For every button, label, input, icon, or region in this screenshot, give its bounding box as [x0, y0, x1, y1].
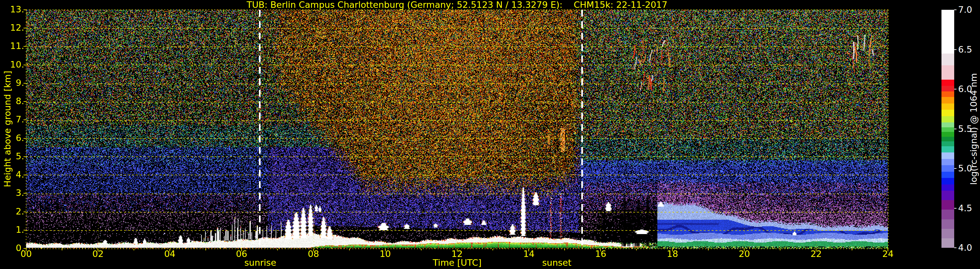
x-tick-mark	[457, 249, 458, 251]
colorbar-segment	[942, 165, 954, 172]
colorbar-segment	[942, 136, 954, 142]
x-minor-tick-mark	[852, 249, 852, 250]
x-minor-tick-mark	[277, 249, 278, 250]
y-tick-mark	[24, 83, 26, 84]
x-tick-mark	[313, 249, 314, 251]
colorbar-segment	[942, 238, 954, 248]
colorbar-tick-label: 6.5	[958, 45, 972, 54]
x-tick-mark	[26, 249, 27, 251]
colorbar-segment	[942, 190, 954, 201]
x-tick-mark	[241, 249, 242, 251]
y-tick-label: 3.	[0, 189, 24, 198]
colorbar-segment	[942, 158, 954, 165]
colorbar-segment	[942, 219, 954, 229]
x-tick-mark	[528, 249, 529, 251]
x-minor-tick-mark	[421, 249, 422, 250]
colorbar-segment	[942, 171, 954, 178]
colorbar-segment	[942, 200, 954, 210]
y-tick-mark	[24, 193, 26, 194]
colorbar-tick-label: 5.5	[958, 124, 972, 134]
y-tick-label: 6.	[0, 134, 24, 143]
y-tick-label: 8.	[0, 97, 24, 106]
colorbar-tick-label: 6.0	[958, 84, 972, 94]
plot-area	[26, 10, 888, 248]
colorbar-tick-mark	[954, 10, 956, 10]
y-tick-label: 11.	[0, 42, 24, 51]
colorbar	[942, 10, 954, 248]
y-tick-label: 4.	[0, 170, 24, 180]
y-tick-label: 7.	[0, 115, 24, 124]
colorbar-tick-label: 4.5	[958, 204, 972, 213]
colorbar-segment	[942, 122, 954, 127]
y-tick-mark	[24, 156, 26, 157]
backscatter-heatmap-canvas	[26, 10, 888, 248]
colorbar-segment	[942, 178, 954, 185]
colorbar-segment	[942, 132, 954, 137]
colorbar-tick-mark	[954, 129, 956, 129]
colorbar-segment	[942, 209, 954, 220]
sunset-label: sunset	[542, 258, 571, 267]
sunrise-line	[259, 10, 261, 248]
colorbar-segment	[942, 65, 954, 80]
colorbar-tick-mark	[954, 49, 956, 50]
x-minor-tick-mark	[636, 249, 637, 250]
x-minor-tick-mark	[492, 249, 493, 250]
x-minor-tick-mark	[780, 249, 781, 250]
y-tick-label: 1.	[0, 225, 24, 234]
plot-spine-left	[26, 10, 27, 248]
y-tick-mark	[24, 65, 26, 65]
x-minor-tick-mark	[205, 249, 206, 250]
y-tick-mark	[24, 28, 26, 29]
x-tick-mark	[169, 249, 170, 251]
y-tick-label: 9.	[0, 78, 24, 88]
y-tick-mark	[24, 212, 26, 212]
y-tick-mark	[24, 175, 26, 175]
colorbar-tick-mark	[954, 208, 956, 209]
chart-title: TUB: Berlin Campus Charlottenburg (Germa…	[26, 0, 888, 10]
colorbar-tick-mark	[954, 89, 956, 89]
y-tick-mark	[24, 46, 26, 47]
colorbar-segment	[942, 10, 954, 54]
y-tick-mark	[24, 138, 26, 139]
x-axis-label: Time [UTC]	[433, 258, 481, 267]
colorbar-segment	[942, 146, 954, 153]
sunset-line	[581, 10, 583, 248]
colorbar-segment	[942, 141, 954, 146]
colorbar-segment	[942, 184, 954, 191]
x-tick-mark	[600, 249, 601, 251]
y-tick-label: 12.	[0, 24, 24, 33]
colorbar-segment	[942, 109, 954, 116]
y-tick-label: 0.	[0, 244, 24, 253]
x-tick-mark	[816, 249, 816, 251]
y-tick-label: 10.	[0, 60, 24, 69]
x-tick-mark	[744, 249, 745, 251]
x-tick-mark	[385, 249, 386, 251]
colorbar-segment	[942, 91, 954, 97]
colorbar-segment	[942, 79, 954, 86]
x-tick-mark	[888, 249, 888, 251]
x-minor-tick-mark	[349, 249, 350, 250]
plot-spine-right	[888, 10, 889, 248]
colorbar-segment	[942, 86, 954, 91]
y-axis-label: Height above ground [km]	[2, 71, 13, 187]
x-minor-tick-mark	[62, 249, 62, 250]
ceilometer-figure: TUB: Berlin Campus Charlottenburg (Germa…	[0, 0, 980, 269]
colorbar-segment	[942, 127, 954, 132]
y-tick-label: 13.	[0, 5, 24, 14]
y-tick-mark	[24, 230, 26, 231]
colorbar-segment	[942, 97, 954, 103]
y-tick-mark	[24, 248, 26, 249]
x-minor-tick-mark	[134, 249, 134, 250]
colorbar-tick-mark	[954, 247, 956, 248]
colorbar-segment	[942, 103, 954, 110]
y-tick-label: 2.	[0, 207, 24, 216]
x-tick-mark	[672, 249, 673, 251]
y-tick-mark	[24, 101, 26, 102]
x-minor-tick-mark	[708, 249, 709, 250]
y-tick-label: 5.	[0, 152, 24, 161]
sunrise-label: sunrise	[244, 258, 276, 267]
y-tick-mark	[24, 10, 26, 10]
colorbar-tick-label: 7.0	[958, 5, 972, 14]
plot-spine-top	[26, 10, 889, 10]
colorbar-tick-label: 4.0	[958, 243, 972, 252]
